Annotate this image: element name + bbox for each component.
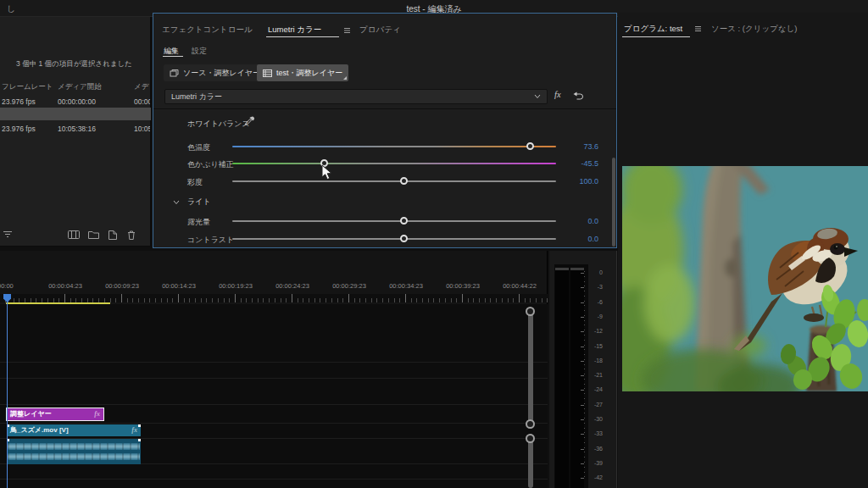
meter-scale-label: 0 (587, 269, 603, 275)
slider-row: コントラスト0.0 (153, 233, 616, 245)
corner-caret-icon (343, 76, 347, 80)
folder-icon[interactable] (88, 230, 99, 239)
adjustment-layer-clip[interactable]: 調整レイヤー fx (7, 408, 103, 420)
meter-scale-label: -36 (587, 446, 603, 452)
slider-track[interactable] (232, 146, 556, 147)
slider-handle[interactable] (400, 217, 408, 225)
program-monitor-image (622, 166, 868, 391)
meter-tick (581, 463, 584, 464)
slider-track[interactable] (232, 220, 556, 222)
mouse-cursor (321, 164, 333, 181)
slider-value[interactable]: 0.0 (548, 217, 598, 225)
ruler-timecode: 00:00 (0, 282, 14, 290)
source-adjustment-layer-button[interactable]: ソース・調整レイヤー (164, 64, 266, 81)
tab-program[interactable]: プログラム: test (624, 24, 682, 35)
track-separator (0, 378, 548, 379)
meter-tick (581, 287, 584, 288)
panel-menu-icon[interactable] (343, 27, 351, 34)
effect-selector-dropdown[interactable]: Lumetri カラー (164, 89, 548, 104)
tab-source[interactable]: ソース : (クリップなし) (711, 24, 798, 35)
clip-handle[interactable] (138, 424, 141, 427)
slider-row: 彩度100.0 (153, 175, 616, 187)
track-separator (0, 479, 548, 480)
audio-waveform (8, 453, 140, 460)
panel-menu-icon[interactable] (694, 25, 702, 32)
column-header[interactable]: メディア開始 (58, 82, 130, 92)
slider-label: コントラスト (187, 235, 234, 246)
meter-tick (581, 361, 584, 362)
section-chevron-down-icon[interactable] (173, 200, 180, 205)
slider-row: 色温度73.6 (153, 141, 616, 152)
fx-bypass-button[interactable]: fx (554, 90, 561, 99)
clip-selector-button[interactable]: test・調整レイヤー (257, 64, 348, 81)
chevron-down-icon (534, 94, 541, 99)
ruler-timecode: 00:00:29:23 (332, 282, 366, 290)
render-bar (6, 302, 110, 304)
meter-scale-label: -9 (587, 313, 603, 319)
effect-selector-value: Lumetri カラー (171, 92, 222, 103)
clip-fx-badge: fx (131, 424, 137, 436)
time-ruler-ticks[interactable] (0, 294, 548, 302)
slider-handle[interactable] (526, 142, 534, 150)
column-header[interactable]: メディ (134, 82, 150, 92)
reset-effect-icon[interactable] (573, 92, 584, 100)
table-cell[interactable]: 23.976 fps (2, 125, 54, 133)
filter-icon[interactable] (3, 230, 13, 238)
scrollbar-handle[interactable] (526, 419, 535, 429)
clip-handle[interactable] (138, 439, 141, 441)
slider-label: 色かぶり補正 (187, 159, 234, 170)
layers-icon (170, 69, 179, 77)
slider-track[interactable] (232, 238, 556, 240)
clip-label: 鳥_スズメ.mov [V] (10, 426, 69, 434)
source-button-label: ソース・調整レイヤー (183, 68, 260, 79)
tab-effect-controls[interactable]: エフェクトコントロール (162, 25, 253, 36)
meter-tick (581, 405, 584, 406)
meter-scale-label: -12 (587, 328, 603, 334)
ruler-timecode: 00:00:44:22 (503, 282, 537, 290)
timeline-panel: 00:0000:00:04:2300:00:09:2300:00:14:2300… (0, 251, 548, 488)
clip-button-label: test・調整レイヤー (276, 68, 342, 79)
trash-icon[interactable] (127, 230, 136, 240)
meter-tick (581, 434, 584, 435)
slider-handle[interactable] (400, 177, 408, 185)
scrollbar-handle[interactable] (526, 434, 535, 443)
clip-icon[interactable] (68, 230, 80, 239)
video-clip[interactable]: 鳥_スズメ.mov [V] fx (7, 424, 141, 436)
table-cell[interactable]: 10:05 (134, 125, 150, 133)
meter-bar-right (570, 268, 584, 488)
table-cell[interactable]: 10:05:38:16 (58, 125, 130, 133)
meter-tick (581, 273, 584, 274)
slider-value[interactable]: -45.5 (548, 159, 598, 168)
tab-properties[interactable]: プロパティ (359, 25, 401, 36)
tab-lumetri-color[interactable]: Lumetri カラー (268, 25, 321, 36)
audio-clip[interactable] (7, 439, 141, 464)
slider-track[interactable] (232, 163, 556, 164)
slider-track[interactable] (232, 180, 556, 182)
audio-waveform (8, 443, 140, 450)
scrollbar-handle[interactable] (526, 307, 535, 316)
ruler-timecode: 00:00:39:23 (446, 282, 480, 290)
meter-bar-left (555, 268, 569, 488)
clip-fx-badge: fx (94, 408, 100, 420)
vertical-scrollbar[interactable] (528, 308, 533, 428)
slider-value[interactable]: 73.6 (548, 142, 598, 151)
slider-value[interactable]: 0.0 (548, 235, 598, 243)
slider-handle[interactable] (400, 235, 408, 242)
table-cell[interactable]: 00:00:00:00 (58, 97, 130, 106)
white-balance-label: ホワイトバランス (187, 119, 250, 130)
new-item-icon[interactable] (108, 230, 117, 240)
table-cell[interactable]: 00:00 (134, 97, 150, 106)
light-section-label: ライト (187, 197, 211, 208)
eyedropper-icon[interactable] (244, 116, 254, 126)
meter-scale-label: -6 (587, 299, 603, 305)
table-cell[interactable]: 23.976 fps (2, 97, 54, 106)
slider-value[interactable]: 100.0 (548, 177, 598, 186)
time-ruler[interactable]: 00:0000:00:04:2300:00:09:2300:00:14:2300… (0, 282, 548, 292)
ruler-timecode: 00:00:19:23 (219, 282, 253, 290)
meter-scale-label: -3 (587, 284, 603, 290)
subtab-settings[interactable]: 設定 (192, 46, 207, 57)
track-separator (0, 362, 548, 363)
column-header[interactable]: フレームレート (2, 82, 54, 92)
table-row-selected[interactable] (0, 108, 151, 120)
slider-label: 色温度 (187, 142, 210, 153)
